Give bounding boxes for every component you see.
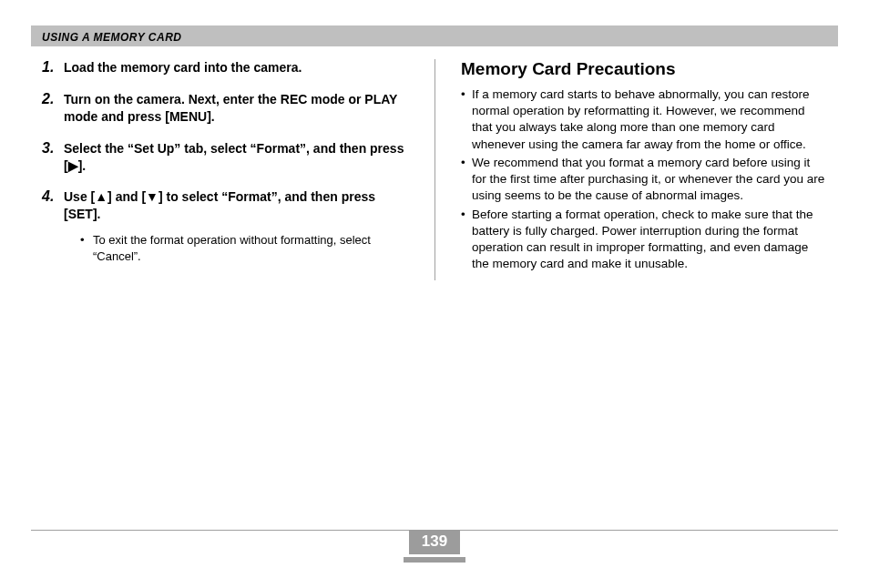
right-column: Memory Card Precautions If a memory card… — [434, 59, 838, 280]
step-text: Select the “Set Up” tab, select “Format”… — [64, 141, 404, 173]
step-number: 1. — [42, 57, 54, 77]
manual-page: USING A MEMORY CARD 1. Load the memory c… — [0, 0, 869, 588]
step-1: 1. Load the memory card into the camera. — [42, 59, 409, 76]
precautions-title: Memory Card Precautions — [461, 59, 827, 79]
precautions-list: If a memory card starts to behave abnorm… — [461, 86, 827, 272]
page-number-accent — [404, 557, 465, 563]
left-column: 1. Load the memory card into the camera.… — [31, 59, 434, 280]
page-number: 139 — [409, 530, 460, 554]
two-column-layout: 1. Load the memory card into the camera.… — [31, 59, 838, 280]
step-text: Use [▲] and [▼] to select “Format”, and … — [64, 189, 375, 221]
section-header-bar: USING A MEMORY CARD — [31, 25, 838, 46]
step-number: 4. — [42, 187, 54, 207]
precaution-item: Before starting a format operation, chec… — [461, 207, 827, 273]
section-header-title: USING A MEMORY CARD — [42, 31, 182, 44]
step-text: Load the memory card into the camera. — [64, 60, 302, 75]
step-4-note: To exit the format operation without for… — [80, 232, 409, 265]
step-number: 2. — [42, 89, 54, 109]
step-4-notes: To exit the format operation without for… — [64, 232, 409, 265]
precaution-item: If a memory card starts to behave abnorm… — [461, 86, 827, 153]
precaution-item: We recommend that you format a memory ca… — [461, 155, 827, 205]
step-text: Turn on the camera. Next, enter the REC … — [64, 92, 397, 124]
step-3: 3. Select the “Set Up” tab, select “Form… — [42, 140, 409, 175]
page-footer: 139 — [31, 530, 838, 563]
step-2: 2. Turn on the camera. Next, enter the R… — [42, 91, 409, 126]
format-steps-list: 1. Load the memory card into the camera.… — [42, 59, 409, 266]
step-number: 3. — [42, 138, 54, 158]
step-4: 4. Use [▲] and [▼] to select “Format”, a… — [42, 188, 409, 265]
